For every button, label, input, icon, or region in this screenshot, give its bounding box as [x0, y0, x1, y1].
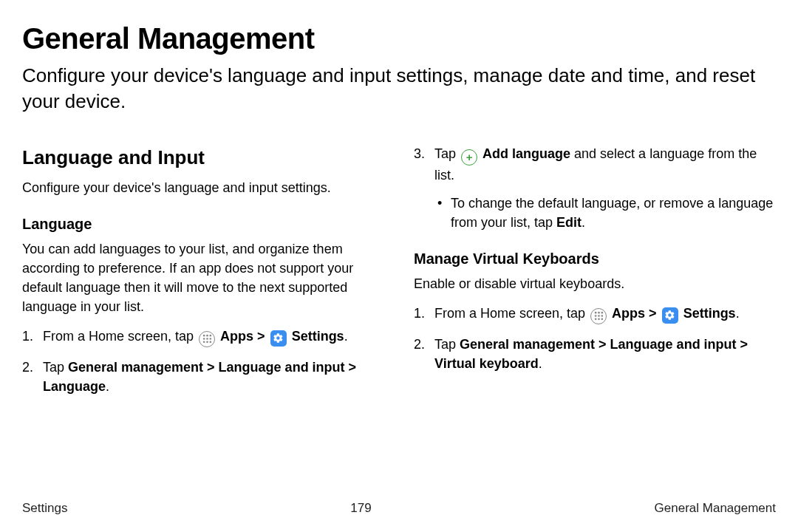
- sub-heading-keyboards: Manage Virtual Keyboards: [414, 248, 776, 270]
- step-text: From a Home screen, tap: [434, 306, 589, 321]
- period: .: [539, 356, 542, 371]
- svg-point-10: [598, 312, 600, 314]
- language-bullets: To change the default language, or remov…: [434, 194, 776, 232]
- language-step-2: Tap General management > Language and in…: [22, 358, 384, 396]
- period: .: [736, 306, 740, 321]
- add-language-label: Add language: [482, 146, 570, 161]
- apps-label: Apps: [220, 329, 253, 344]
- svg-point-15: [594, 318, 596, 321]
- plus-icon: +: [461, 149, 477, 166]
- settings-label: Settings: [683, 306, 736, 321]
- language-bullet-1: To change the default language, or remov…: [434, 194, 776, 232]
- period: .: [106, 379, 109, 394]
- keyboards-body: Enable or disable virtual keyboards.: [414, 274, 776, 293]
- keyboard-steps: From a Home screen, tap Apps > Settings.…: [414, 304, 776, 373]
- svg-point-14: [601, 315, 603, 317]
- svg-point-11: [601, 312, 603, 314]
- settings-icon: [270, 330, 287, 347]
- language-steps-cont: Tap + Add language and select a language…: [414, 144, 776, 232]
- gt: >: [253, 329, 269, 344]
- bullet-text: To change the default language, or remov…: [451, 196, 773, 230]
- page-title: General Management: [22, 22, 776, 55]
- page-subtitle: Configure your device's language and inp…: [22, 63, 776, 115]
- svg-point-1: [206, 335, 208, 337]
- step-path: General management > Language and input …: [43, 360, 356, 394]
- step-text: Tap: [434, 146, 460, 161]
- svg-point-2: [209, 335, 211, 337]
- svg-point-6: [202, 341, 205, 344]
- period: .: [344, 329, 348, 344]
- right-column: Tap + Add language and select a language…: [414, 144, 776, 406]
- language-steps: From a Home screen, tap Apps > Settings.…: [22, 327, 384, 396]
- settings-label: Settings: [292, 329, 344, 344]
- footer-page-number: 179: [350, 501, 371, 516]
- language-step-1: From a Home screen, tap Apps > Settings.: [22, 327, 384, 347]
- svg-point-4: [206, 338, 208, 341]
- footer-left: Settings: [22, 501, 67, 516]
- svg-point-12: [594, 315, 596, 317]
- section-intro: Configure your device's language and inp…: [22, 178, 384, 197]
- svg-point-3: [202, 338, 205, 341]
- svg-point-9: [594, 312, 596, 314]
- left-column: Language and Input Configure your device…: [22, 144, 384, 406]
- settings-icon: [662, 307, 678, 324]
- gt: >: [645, 306, 661, 321]
- page-footer: Settings 179 General Management: [22, 501, 776, 516]
- sub-heading-language: Language: [22, 214, 384, 235]
- edit-label: Edit: [556, 215, 582, 230]
- keyboard-step-1: From a Home screen, tap Apps > Settings.: [414, 304, 776, 324]
- step-path: General management > Language and input …: [434, 337, 748, 371]
- language-body: You can add languages to your list, and …: [22, 239, 384, 316]
- svg-point-7: [206, 341, 208, 344]
- svg-point-13: [598, 315, 600, 317]
- step-text: From a Home screen, tap: [43, 329, 197, 344]
- svg-point-16: [598, 318, 600, 321]
- apps-icon: [590, 308, 607, 324]
- svg-point-8: [209, 341, 211, 344]
- keyboard-step-2: Tap General management > Language and in…: [414, 335, 776, 373]
- svg-point-17: [601, 318, 603, 321]
- apps-icon: [199, 331, 215, 347]
- step-text: Tap: [43, 360, 68, 375]
- period: .: [582, 215, 585, 230]
- apps-label: Apps: [612, 306, 645, 321]
- language-step-3: Tap + Add language and select a language…: [414, 144, 776, 232]
- svg-point-0: [202, 335, 205, 337]
- section-heading-language-input: Language and Input: [22, 144, 384, 172]
- step-text: Tap: [434, 337, 460, 352]
- footer-right: General Management: [655, 501, 776, 516]
- svg-point-5: [209, 338, 211, 341]
- content-columns: Language and Input Configure your device…: [22, 144, 776, 406]
